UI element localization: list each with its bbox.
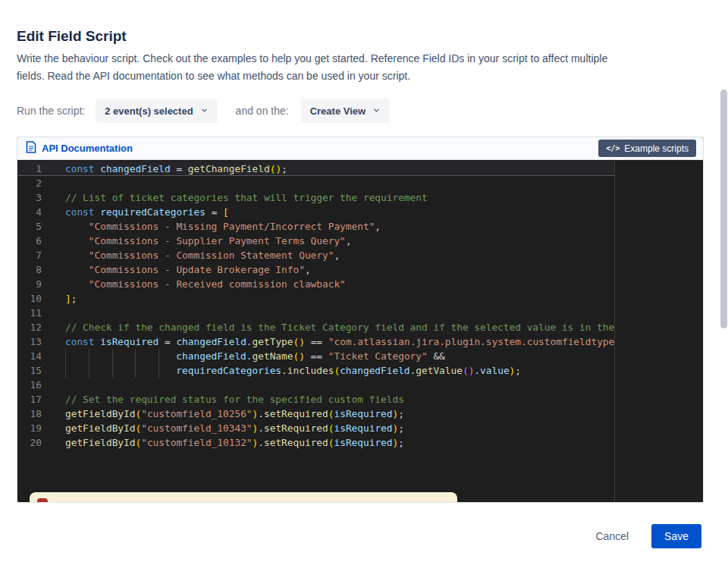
scrollbar-thumb[interactable] [720, 89, 727, 328]
view-dropdown[interactable]: Create View [301, 99, 390, 123]
line-number: 5 [17, 219, 51, 234]
line-number: 2 [17, 176, 51, 190]
edit-field-script-modal: Edit Field Script Write the behaviour sc… [0, 0, 728, 562]
code-line: 3// List of ticket categories that will … [17, 190, 615, 205]
line-number: 4 [17, 205, 51, 219]
cancel-button[interactable]: Cancel [591, 529, 633, 543]
code-line: 12// Check if the changed field is the T… [17, 320, 615, 334]
api-documentation-link[interactable]: API Documentation [26, 141, 133, 156]
document-icon [26, 141, 36, 156]
modal-description: Write the behaviour script. Check out th… [17, 50, 607, 85]
events-dropdown-value: 2 event(s) selected [105, 105, 193, 117]
line-number: 13 [17, 334, 51, 349]
code-line: 5 "Commissions - Missing Payment/Incorre… [17, 219, 615, 234]
api-documentation-label: API Documentation [42, 143, 133, 154]
line-number: 3 [17, 190, 51, 205]
code-line: 10]; [17, 291, 615, 306]
modal-footer: Cancel Save [591, 524, 701, 548]
line-number: 17 [17, 392, 51, 407]
events-dropdown[interactable]: 2 event(s) selected [96, 99, 217, 123]
line-number: 8 [17, 262, 51, 277]
line-number: 19 [17, 421, 51, 435]
run-script-label: Run the script: [17, 105, 85, 117]
line-number: 12 [17, 320, 51, 334]
code-line: 17// Set the required status for the spe… [17, 392, 615, 407]
chevron-down-icon [372, 105, 381, 117]
code-editor[interactable]: 1const changedField = getChangeField();2… [17, 160, 703, 502]
code-icon: </> [606, 144, 620, 152]
code-line: 8 "Commissions - Update Brokerage Info", [17, 262, 615, 277]
line-number: 11 [17, 306, 51, 320]
line-number: 7 [17, 248, 51, 262]
code-line: 20getFieldById("customfield_10132").setR… [17, 435, 615, 450]
code-line: 6 "Commissions - Supplier Payment Terms … [17, 234, 615, 248]
code-line: 19getFieldById("customfield_10343").setR… [17, 421, 615, 435]
line-number: 14 [17, 349, 51, 363]
line-number: 1 [17, 162, 51, 176]
code-lines[interactable]: 1const changedField = getChangeField();2… [17, 160, 615, 502]
code-line: 14changedField.getName() == "Ticket Cate… [17, 349, 615, 363]
on-view-label: and on the: [236, 105, 289, 117]
description-line-2: fields. Read the API documentation to se… [17, 68, 607, 85]
line-number: 18 [17, 407, 51, 421]
save-button[interactable]: Save [651, 524, 701, 548]
line-number: 6 [17, 234, 51, 248]
code-line: 15requiredCategories.includes(changedFie… [17, 363, 615, 378]
line-number: 16 [17, 378, 51, 392]
line-number: 20 [17, 435, 51, 450]
code-line: 11 [17, 306, 615, 320]
line-number: 10 [17, 291, 51, 306]
example-scripts-label: Example scripts [624, 143, 689, 154]
page-title: Edit Field Script [17, 28, 127, 45]
editor-panel: API Documentation </> Example scripts 1c… [17, 137, 704, 503]
code-line: 16 [17, 378, 615, 392]
page-scrollbar[interactable] [719, 0, 728, 562]
description-line-1: Write the behaviour script. Check out th… [17, 50, 607, 68]
code-line: 1const changedField = getChangeField(); [17, 162, 615, 176]
line-number: 9 [17, 277, 51, 291]
code-line: 2 [17, 176, 615, 190]
line-number: 15 [17, 363, 51, 378]
minimap[interactable]: 1const changedField = getChangeField();2… [614, 160, 703, 502]
example-scripts-button[interactable]: </> Example scripts [598, 140, 696, 157]
warning-banner [30, 492, 457, 503]
code-line: 7 "Commissions - Commission Statement Qu… [17, 248, 615, 262]
editor-toolbar: API Documentation </> Example scripts [17, 137, 703, 160]
view-dropdown-value: Create View [310, 105, 366, 117]
error-icon [37, 498, 48, 503]
code-line: 4const requiredCategories = [ [17, 205, 615, 219]
code-line: 18getFieldById("customfield_10256").setR… [17, 407, 615, 421]
script-controls-row: Run the script: 2 event(s) selected and … [17, 99, 390, 123]
code-line: 13const isRequired = changedField.getTyp… [17, 334, 615, 349]
code-line: 9 "Commissions - Received commission cla… [17, 277, 615, 291]
chevron-down-icon [200, 105, 209, 117]
